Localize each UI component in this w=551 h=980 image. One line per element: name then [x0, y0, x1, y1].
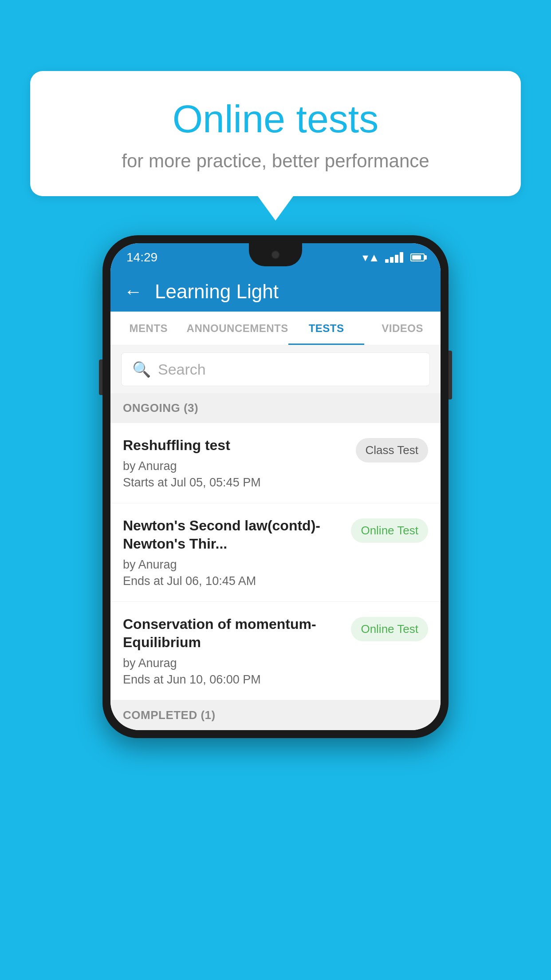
phone-screen: 14:29 ▾▲ [110, 243, 441, 730]
tab-videos[interactable]: VIDEOS [364, 312, 441, 345]
signal-icon [385, 252, 403, 263]
test-author-3: by Anurag [123, 656, 342, 670]
test-info-3: Conservation of momentum-Equilibrium by … [123, 615, 351, 687]
test-name-2: Newton's Second law(contd)-Newton's Thir… [123, 517, 342, 553]
completed-section-title: COMPLETED (1) [123, 708, 216, 722]
speech-bubble-subtitle: for more practice, better performance [52, 150, 499, 172]
test-list: Reshuffling test by Anurag Starts at Jul… [110, 423, 441, 700]
test-item-1[interactable]: Reshuffling test by Anurag Starts at Jul… [110, 423, 441, 503]
tab-bar: MENTS ANNOUNCEMENTS TESTS VIDEOS [110, 312, 441, 345]
status-icons: ▾▲ [362, 251, 425, 265]
test-name-1: Reshuffling test [123, 436, 347, 455]
wifi-icon: ▾▲ [362, 251, 380, 265]
status-bar: 14:29 ▾▲ [110, 243, 441, 272]
speech-bubble-title: Online tests [52, 98, 499, 141]
search-icon: 🔍 [132, 360, 151, 378]
tab-ments[interactable]: MENTS [110, 312, 187, 345]
test-badge-2: Online Test [351, 518, 428, 543]
test-badge-1: Class Test [356, 438, 428, 462]
test-name-3: Conservation of momentum-Equilibrium [123, 615, 342, 652]
speech-bubble: Online tests for more practice, better p… [30, 71, 521, 196]
test-item-3[interactable]: Conservation of momentum-Equilibrium by … [110, 602, 441, 700]
search-input[interactable]: Search [158, 361, 206, 378]
phone-mockup: 14:29 ▾▲ [102, 235, 449, 738]
camera [271, 250, 280, 259]
speech-bubble-container: Online tests for more practice, better p… [30, 71, 521, 221]
notch [249, 243, 302, 266]
tab-tests[interactable]: TESTS [288, 312, 365, 345]
ongoing-section-title: ONGOING (3) [123, 401, 198, 415]
tab-announcements[interactable]: ANNOUNCEMENTS [187, 312, 288, 345]
test-info-1: Reshuffling test by Anurag Starts at Jul… [123, 436, 356, 490]
test-date-2: Ends at Jul 06, 10:45 AM [123, 574, 342, 588]
ongoing-section-header: ONGOING (3) [110, 393, 441, 423]
test-info-2: Newton's Second law(contd)-Newton's Thir… [123, 517, 351, 588]
test-item-2[interactable]: Newton's Second law(contd)-Newton's Thir… [110, 503, 441, 602]
battery-icon [410, 253, 425, 261]
back-button[interactable]: ← [124, 282, 142, 301]
phone-outer-frame: 14:29 ▾▲ [102, 235, 449, 738]
app-bar: ← Learning Light [110, 272, 441, 312]
test-date-1: Starts at Jul 05, 05:45 PM [123, 476, 347, 490]
status-time: 14:29 [126, 250, 157, 265]
test-author-1: by Anurag [123, 459, 347, 473]
test-author-2: by Anurag [123, 558, 342, 572]
speech-bubble-arrow [258, 196, 293, 221]
test-badge-3: Online Test [351, 617, 428, 641]
app-bar-title: Learning Light [155, 281, 279, 303]
test-date-3: Ends at Jun 10, 06:00 PM [123, 673, 342, 687]
search-container: 🔍 Search [110, 345, 441, 393]
completed-section-header: COMPLETED (1) [110, 700, 441, 730]
search-bar[interactable]: 🔍 Search [121, 352, 430, 386]
